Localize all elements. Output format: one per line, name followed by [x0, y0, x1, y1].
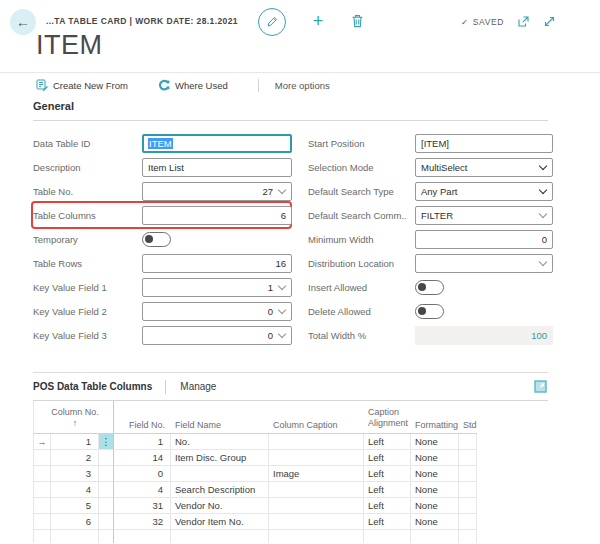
cell-column-caption[interactable] [269, 434, 364, 450]
edit-button[interactable] [258, 8, 286, 36]
open-part-button[interactable] [534, 380, 548, 394]
cell-column-caption[interactable] [269, 498, 364, 514]
cell-field-name[interactable]: Vendor No. [171, 498, 269, 514]
cell-field-no[interactable]: 0 [114, 466, 171, 482]
empty-cell[interactable] [411, 530, 459, 543]
cell-field-no[interactable]: 31 [114, 498, 171, 514]
column-header-formatting[interactable]: Formatting [411, 401, 459, 434]
data-table-id-input[interactable]: ITEM [142, 134, 292, 153]
cell-column-no[interactable]: 6 [51, 514, 99, 530]
cell-column-no[interactable]: 3 [51, 466, 99, 482]
empty-cell[interactable] [34, 530, 51, 543]
column-header-column-caption[interactable]: Column Caption [269, 401, 364, 434]
field-row-description: DescriptionItem List [33, 155, 290, 179]
open-in-window-button[interactable] [516, 14, 530, 28]
cell-formatting[interactable]: None [411, 450, 459, 466]
description-input[interactable]: Item List [142, 158, 292, 177]
empty-cell[interactable] [51, 530, 99, 543]
where-used-button[interactable]: Where Used [158, 79, 228, 91]
column-header-std[interactable]: Std. [459, 401, 477, 434]
empty-cell[interactable] [99, 530, 114, 543]
default-search-comm-lookup[interactable]: FILTER [415, 206, 553, 225]
selection-mode-select[interactable]: MultiSelect [415, 158, 553, 177]
field-label-table-rows: Table Rows [33, 258, 134, 269]
minimum-width-input[interactable]: 0 [415, 230, 553, 249]
cell-caption-alignment[interactable]: Left [364, 482, 411, 498]
cell-formatting[interactable]: None [411, 498, 459, 514]
table-columns-input[interactable]: 6 [142, 206, 292, 225]
column-header-field-name[interactable]: Field Name [171, 401, 269, 434]
delete-allowed-toggle[interactable] [415, 304, 444, 319]
default-search-type-select[interactable]: Any Part [415, 182, 553, 201]
cell-caption-alignment[interactable]: Left [364, 450, 411, 466]
cell-field-no[interactable]: 32 [114, 514, 171, 530]
cell-std[interactable] [459, 498, 477, 514]
cell-column-no[interactable]: 1 [51, 434, 99, 450]
column-header-label: Caption [368, 407, 408, 419]
chevron-down-icon [539, 161, 547, 169]
empty-cell[interactable] [114, 530, 171, 543]
cell-column-caption[interactable] [269, 514, 364, 530]
distribution-location-lookup[interactable] [415, 254, 553, 273]
more-options-button[interactable]: More options [275, 80, 330, 91]
cell-formatting[interactable]: None [411, 482, 459, 498]
cell-formatting[interactable]: None [411, 514, 459, 530]
temporary-toggle[interactable] [142, 232, 171, 247]
key-value-field-2-lookup[interactable]: 0 [142, 302, 292, 321]
chevron-down-icon [278, 185, 286, 193]
table-rows-input[interactable]: 16 [142, 254, 292, 273]
field-label-distribution-location: Distribution Location [308, 258, 407, 269]
cell-std[interactable] [459, 514, 477, 530]
row-menu-kebab-icon[interactable]: ⋮ [99, 434, 114, 450]
cell-std[interactable] [459, 466, 477, 482]
general-right-column: Start Position[ITEM]Selection ModeMultiS… [308, 131, 548, 347]
cell-std[interactable] [459, 482, 477, 498]
cell-field-name[interactable]: No. [171, 434, 269, 450]
cell-caption-alignment[interactable]: Left [364, 466, 411, 482]
column-header-caption-alignment[interactable]: CaptionAlignment [364, 401, 411, 434]
new-button[interactable]: + [308, 10, 328, 32]
cell-column-no[interactable]: 5 [51, 498, 99, 514]
start-position-input[interactable]: [ITEM] [415, 134, 553, 153]
manage-button[interactable]: Manage [180, 381, 216, 392]
cell-field-no[interactable]: 4 [114, 482, 171, 498]
cell-field-no[interactable]: 1 [114, 434, 171, 450]
cell-field-name[interactable]: Vendor Item No. [171, 514, 269, 530]
table-no-lookup[interactable]: 27 [142, 182, 292, 201]
trash-icon [351, 14, 364, 28]
cell-field-name[interactable]: Item Disc. Group [171, 450, 269, 466]
cell-column-no[interactable]: 4 [51, 482, 99, 498]
empty-cell[interactable] [364, 530, 411, 543]
cell-caption-alignment[interactable]: Left [364, 514, 411, 530]
cell-std[interactable] [459, 434, 477, 450]
column-header-column-no[interactable]: Column No.↑ [51, 401, 99, 434]
cell-formatting[interactable]: None [411, 466, 459, 482]
empty-cell[interactable] [459, 530, 477, 543]
key-value-field-3-lookup[interactable]: 0 [142, 326, 292, 345]
field-row-temporary: Temporary [33, 227, 290, 251]
cell-field-name[interactable] [171, 466, 269, 482]
cell-caption-alignment[interactable]: Left [364, 498, 411, 514]
cell-field-name[interactable]: Search Description [171, 482, 269, 498]
cell-std[interactable] [459, 450, 477, 466]
column-header-field-no[interactable]: Field No. [114, 401, 171, 434]
cell-column-no[interactable]: 2 [51, 450, 99, 466]
action-bar: Create New From Where Used More options [0, 72, 600, 97]
cell-column-caption[interactable]: Image [269, 466, 364, 482]
insert-allowed-toggle[interactable] [415, 280, 444, 295]
active-row-marker [34, 450, 51, 466]
field-label-default-search-type: Default Search Type [308, 186, 407, 197]
cell-column-caption[interactable] [269, 482, 364, 498]
delete-button[interactable] [349, 12, 365, 30]
cell-field-no[interactable]: 14 [114, 450, 171, 466]
key-value-field-1-lookup[interactable]: 1 [142, 278, 292, 297]
empty-cell[interactable] [171, 530, 269, 543]
cell-caption-alignment[interactable]: Left [364, 434, 411, 450]
back-button[interactable]: ← [10, 9, 36, 35]
cell-formatting[interactable]: None [411, 434, 459, 450]
cell-column-caption[interactable] [269, 450, 364, 466]
create-new-from-button[interactable]: Create New From [36, 79, 128, 91]
field-label-delete-allowed: Delete Allowed [308, 306, 407, 317]
expand-button[interactable] [542, 14, 556, 28]
empty-cell[interactable] [269, 530, 364, 543]
